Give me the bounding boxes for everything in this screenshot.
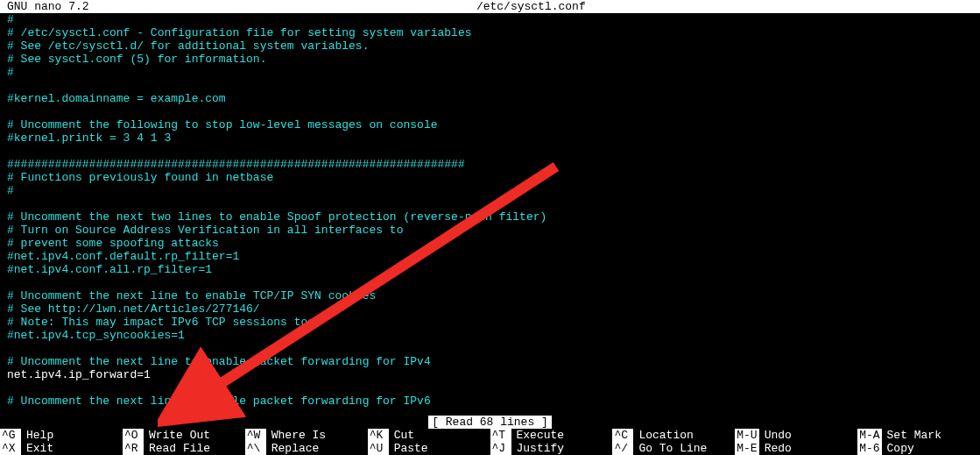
editor-line[interactable]: # [7, 13, 980, 26]
editor-line[interactable]: # [7, 66, 980, 79]
shortcut-item: M-ASet Mark [857, 429, 980, 442]
shortcut-label: Write Out [144, 429, 210, 442]
shortcut-label: Exit [21, 442, 53, 455]
shortcut-item: ^/Go To Line [612, 442, 735, 455]
shortcut-label: Cut [389, 429, 414, 442]
shortcut-label: Set Mark [882, 429, 941, 442]
shortcut-label: Location [633, 429, 693, 442]
file-path: /etc/sysctl.conf [89, 0, 973, 13]
status-bar: [ Read 68 lines ] [0, 416, 980, 429]
shortcut-item: M-UUndo [735, 429, 857, 442]
shortcut-key: M-A [857, 429, 881, 442]
shortcut-key: ^R [123, 442, 144, 455]
editor-line[interactable] [7, 79, 980, 92]
editor-line[interactable]: # Uncomment the next line to enable TCP/… [7, 289, 980, 302]
shortcut-label: Where Is [266, 429, 326, 442]
editor-line[interactable]: # Note: This may impact IPv6 TCP session… [7, 316, 980, 329]
shortcut-item: ^TExecute [490, 429, 613, 442]
shortcut-item: ^\Replace [245, 442, 368, 455]
shortcut-label: Paste [389, 442, 428, 455]
shortcut-label: Copy [882, 442, 914, 455]
editor-line[interactable]: #net.ipv4.tcp_syncookies=1 [7, 329, 980, 342]
shortcut-key: ^/ [612, 442, 633, 455]
shortcut-label: Justify [511, 442, 565, 455]
editor-line[interactable]: # prevent some spoofing attacks [7, 237, 980, 250]
shortcut-item: ^XExit [0, 442, 123, 455]
shortcut-label: Execute [511, 429, 565, 442]
shortcut-key: ^\ [245, 442, 266, 455]
shortcut-key: ^O [123, 429, 144, 442]
shortcut-item: ^RRead File [123, 442, 245, 455]
editor-line[interactable] [7, 276, 980, 289]
shortcut-item: M-6Copy [857, 442, 980, 455]
shortcut-key: ^K [368, 429, 389, 442]
editor-line[interactable]: # See http://lwn.net/Articles/277146/ [7, 302, 980, 316]
shortcut-key: M-U [735, 429, 758, 442]
editor-line[interactable]: # [7, 184, 980, 197]
shortcut-key: ^U [368, 442, 389, 455]
shortcut-key: M-E [735, 442, 758, 455]
shortcut-item: ^KCut [368, 429, 490, 442]
shortcut-key: ^C [612, 429, 633, 442]
shortcut-key: ^T [490, 429, 511, 442]
editor-line[interactable] [7, 105, 980, 118]
shortcut-label: Replace [266, 442, 320, 455]
shortcut-label: Read File [144, 442, 210, 455]
editor-line[interactable]: # See /etc/sysctl.d/ for additional syst… [7, 39, 980, 53]
editor-area[interactable]: ## /etc/sysctl.conf - Configuration file… [0, 13, 980, 408]
shortcut-item: ^JJustify [490, 442, 613, 455]
shortcut-bar: ^GHelp^XExit^OWrite Out^RRead File^WWher… [0, 429, 980, 455]
editor-line[interactable] [7, 197, 980, 210]
shortcut-item: ^CLocation [612, 429, 735, 442]
shortcut-item: ^OWrite Out [123, 429, 245, 442]
editor-line[interactable]: #kernel.printk = 3 4 1 3 [7, 132, 980, 145]
shortcut-item: ^WWhere Is [245, 429, 368, 442]
shortcut-key: ^X [0, 442, 21, 455]
editor-line[interactable]: # Functions previously found in netbase [7, 171, 980, 184]
editor-line[interactable]: ########################################… [7, 158, 980, 171]
app-name: GNU nano 7.2 [0, 0, 89, 13]
titlebar: GNU nano 7.2 /etc/sysctl.conf [0, 0, 980, 13]
editor-line[interactable]: #net.ipv4.conf.default.rp_filter=1 [7, 250, 980, 263]
shortcut-key: ^W [245, 429, 266, 442]
editor-line[interactable] [7, 145, 980, 158]
shortcut-item: ^UPaste [368, 442, 490, 455]
editor-line[interactable] [7, 342, 980, 355]
shortcut-key: M-6 [857, 442, 881, 455]
shortcut-label: Go To Line [633, 442, 707, 455]
editor-line[interactable] [7, 381, 980, 395]
shortcut-item: ^GHelp [0, 429, 123, 442]
shortcut-item: M-ERedo [735, 442, 857, 455]
editor-line[interactable]: #kernel.domainname = example.com [7, 92, 980, 105]
editor-line[interactable]: # /etc/sysctl.conf - Configuration file … [7, 26, 980, 39]
shortcut-label: Redo [759, 442, 792, 455]
shortcut-key: ^J [490, 442, 511, 455]
shortcut-key: ^G [0, 429, 21, 442]
editor-line[interactable]: # See sysctl.conf (5) for information. [7, 53, 980, 66]
editor-line[interactable]: # Uncomment the following to stop low-le… [7, 118, 980, 132]
status-message: [ Read 68 lines ] [428, 416, 552, 429]
editor-line[interactable]: # Turn on Source Address Verification in… [7, 224, 980, 237]
editor-line[interactable]: net.ipv4.ip_forward=1 [7, 368, 980, 381]
editor-line[interactable]: # Uncomment the next two lines to enable… [7, 210, 980, 224]
shortcut-label: Undo [759, 429, 792, 442]
editor-line[interactable]: #net.ipv4.conf.all.rp_filter=1 [7, 263, 980, 276]
shortcut-label: Help [21, 429, 53, 442]
editor-line[interactable]: # Uncomment the next line to enable pack… [7, 395, 980, 408]
editor-line[interactable]: # Uncomment the next line to enable pack… [7, 355, 980, 368]
